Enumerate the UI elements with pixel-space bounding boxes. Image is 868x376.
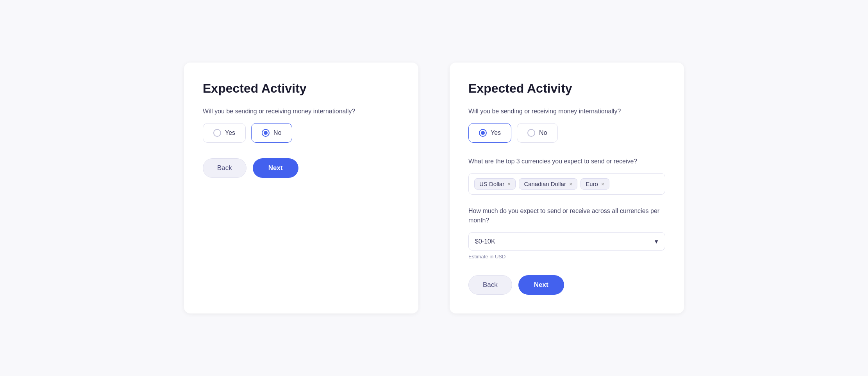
right-question3: How much do you expect to send or receiv… xyxy=(468,206,665,225)
left-option-yes-label: Yes xyxy=(225,129,235,136)
left-panel: Expected Activity Will you be sending or… xyxy=(184,63,418,313)
right-option-no-label: No xyxy=(539,129,547,136)
currency-tag-cad-remove[interactable]: × xyxy=(569,181,572,187)
currency-tag-usd: US Dollar × xyxy=(474,178,516,190)
left-panel-title: Expected Activity xyxy=(203,81,400,96)
right-panel-title: Expected Activity xyxy=(468,81,665,96)
right-question2: What are the top 3 currencies you expect… xyxy=(468,157,665,166)
currencies-input-box[interactable]: US Dollar × Canadian Dollar × Euro × xyxy=(468,173,665,195)
amount-select[interactable]: $0-10K $10K-50K $50K-100K $100K+ xyxy=(468,232,665,251)
right-question1: Will you be sending or receiving money i… xyxy=(468,107,665,116)
currency-tag-eur: Euro × xyxy=(580,178,609,190)
left-radio-group: Yes No xyxy=(203,123,400,143)
right-panel: Expected Activity Will you be sending or… xyxy=(450,63,684,313)
amount-select-wrapper: $0-10K $10K-50K $50K-100K $100K+ ▼ xyxy=(468,232,665,251)
left-option-yes[interactable]: Yes xyxy=(203,123,246,143)
left-option-no[interactable]: No xyxy=(251,123,292,143)
right-back-button[interactable]: Back xyxy=(468,275,512,295)
right-radio-no-circle xyxy=(527,129,535,137)
left-radio-yes-circle xyxy=(213,129,221,137)
left-question: Will you be sending or receiving money i… xyxy=(203,107,400,116)
currency-tag-cad: Canadian Dollar × xyxy=(519,178,577,190)
right-option-no[interactable]: No xyxy=(517,123,557,143)
left-back-button[interactable]: Back xyxy=(203,158,246,178)
page-container: Expected Activity Will you be sending or… xyxy=(161,39,707,337)
right-radio-yes-circle xyxy=(479,129,487,137)
right-option-yes[interactable]: Yes xyxy=(468,123,511,143)
left-next-button[interactable]: Next xyxy=(253,158,298,178)
estimate-note: Estimate in USD xyxy=(468,254,665,260)
currency-tag-cad-label: Canadian Dollar xyxy=(524,181,566,187)
currency-tag-eur-remove[interactable]: × xyxy=(601,181,604,187)
left-option-no-label: No xyxy=(273,129,281,136)
currencies-section: What are the top 3 currencies you expect… xyxy=(468,157,665,195)
left-button-row: Back Next xyxy=(203,158,400,178)
right-option-yes-label: Yes xyxy=(491,129,501,136)
currency-tag-usd-remove[interactable]: × xyxy=(507,181,511,187)
right-radio-group: Yes No xyxy=(468,123,665,143)
currency-tag-eur-label: Euro xyxy=(586,181,598,187)
currency-tag-usd-label: US Dollar xyxy=(479,181,504,187)
right-button-row: Back Next xyxy=(468,275,665,295)
right-next-button[interactable]: Next xyxy=(518,275,564,295)
left-radio-no-circle xyxy=(262,129,270,137)
amount-section: How much do you expect to send or receiv… xyxy=(468,206,665,260)
